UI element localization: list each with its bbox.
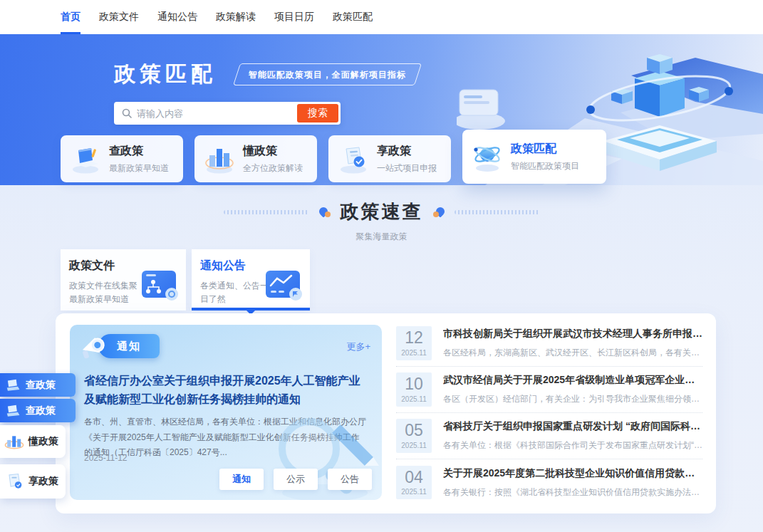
page: 首页 政策文件 通知公告 政策解读 项目日历 政策匹配 [0, 0, 763, 532]
decorative-dots-right [455, 210, 540, 214]
side-menu-find-policy[interactable]: 查政策 [0, 373, 76, 397]
notice-title: 市科技创新局关于组织开展武汉市技术经理人事务所申报备案的通知 [443, 328, 702, 340]
feature-card-desc: 最新政策早知道 [109, 162, 169, 174]
date-day: 12 [396, 329, 432, 347]
nav-item-notices[interactable]: 通知公告 [157, 0, 197, 34]
hero-title: 政策匹配 [114, 60, 217, 89]
section-subtitle: 聚集海量政策 [0, 231, 763, 243]
date-badge: 05 2025.11 [396, 419, 432, 452]
megaphone-icon [78, 330, 110, 362]
date-day: 04 [396, 469, 432, 486]
notice-title: 武汉市经信局关于开展2025年省级制造业单项冠军企业培育 遴选和复... [443, 374, 702, 387]
notice-title: 关于开展2025年度第二批科技型企业知识价值信用贷款贴息申报工作... [443, 467, 702, 480]
nav-item-policy-files[interactable]: 政策文件 [99, 0, 139, 34]
notice-list-item[interactable]: 04 2025.11 关于开展2025年度第二批科技型企业知识价值信用贷款贴息申… [396, 459, 702, 506]
featured-notice-card[interactable]: 通知 更多+ 省经信厅办公室关于组织申报开展2025年人工智能产业及赋能新型工业… [70, 325, 382, 500]
notice-desc: 各区（开发区）经信部门，有关企业：为引导我市企业聚焦细分领域和产业链关... [443, 393, 702, 405]
nav-item-matching[interactable]: 政策匹配 [333, 0, 373, 34]
date-month: 2025.11 [396, 488, 432, 496]
featured-notice-date: 2025-11-12 [84, 453, 128, 463]
notice-list: 12 2025.11 市科技创新局关于组织开展武汉市技术经理人事务所申报备案的通… [396, 320, 702, 506]
notice-desc: 各有关单位：根据《科技部国际合作司关于发布国家重点研发计划“政府间国科技... [443, 439, 702, 452]
top-nav: 首页 政策文件 通知公告 政策解读 项目日历 政策匹配 [0, 0, 763, 34]
search-button[interactable]: 搜索 [297, 104, 338, 122]
feature-card-title: 享政策 [377, 144, 437, 159]
date-badge: 12 2025.11 [396, 326, 432, 360]
laptop-icon [4, 378, 21, 392]
decorative-dots-left [224, 210, 309, 214]
notice-title: 省科技厅关于组织申报国家重点研发计划 “政府间国际科技创新合作”... [443, 420, 702, 433]
more-link[interactable]: 更多+ [346, 340, 370, 353]
feature-card-desc: 全方位政策解读 [243, 162, 303, 174]
bar-chart-icon [4, 433, 24, 450]
feature-card-enjoy-policy[interactable]: 享政策 一站式项目申报 [328, 135, 451, 182]
laptop-icon [4, 404, 21, 418]
side-menu-label: 查政策 [26, 405, 56, 417]
side-menu-enjoy-policy[interactable]: 享政策 [0, 464, 66, 499]
feature-card-desc: 一站式项目申报 [377, 162, 437, 174]
date-day: 05 [396, 422, 432, 439]
feature-card-title: 懂政策 [243, 144, 303, 159]
notice-list-item[interactable]: 10 2025.11 武汉市经信局关于开展2025年省级制造业单项冠军企业培育 … [396, 367, 702, 413]
line-chart-icon [264, 268, 304, 302]
feature-card-find-policy[interactable]: 查政策 最新政策早知道 [61, 135, 183, 182]
date-month: 2025.11 [396, 395, 432, 403]
hero-content: 政策匹配 智能匹配政策项目，全面解析项目指标 搜索 [114, 60, 418, 125]
nav-item-home[interactable]: 首页 [61, 0, 81, 34]
feature-card-title: 政策匹配 [511, 142, 579, 157]
notice-desc: 各区经科局，东湖高新区、武汉经开区、长江新区科创局，各有关单位：根据《... [443, 347, 702, 359]
decorative-comma-right-icon [433, 207, 445, 218]
date-badge: 10 2025.11 [396, 372, 432, 406]
tab-policy-files[interactable]: 政策文件 政策文件在线集聚 最新政策早知道 [61, 249, 186, 311]
atom-orbit-icon [469, 140, 505, 173]
date-badge: 04 2025.11 [396, 466, 432, 499]
filter-button-publicity[interactable]: 公示 [274, 469, 318, 490]
document-icon [336, 142, 371, 175]
decorative-comma-left-icon [319, 207, 331, 218]
date-month: 2025.11 [396, 442, 432, 449]
feature-card-desc: 智能匹配政策项目 [511, 160, 579, 172]
search-input[interactable] [137, 108, 297, 119]
flowchart-icon [140, 268, 180, 302]
notice-list-item[interactable]: 12 2025.11 市科技创新局关于组织开展武汉市技术经理人事务所申报备案的通… [396, 320, 702, 367]
hero-slogan-badge: 智能匹配政策项目，全面解析项目指标 [233, 63, 422, 85]
side-menu-label: 享政策 [28, 475, 58, 488]
featured-notice-title: 省经信厅办公室关于组织申报开展2025年人工智能产业及赋能新型工业化创新任务揭榜… [84, 372, 370, 408]
content-panel: 通知 更多+ 省经信厅办公室关于组织申报开展2025年人工智能产业及赋能新型工业… [56, 313, 716, 513]
tab-notices[interactable]: 通知公告 各类通知、公告一 目了然 [192, 249, 310, 311]
filter-button-announcement[interactable]: 公告 [328, 469, 372, 490]
side-menu-understand-policy[interactable]: 懂政策 [0, 425, 66, 458]
section-title: 政策速查 [341, 199, 423, 224]
side-menu-find-policy-2[interactable]: 查政策 [0, 399, 76, 422]
filter-button-notice[interactable]: 通知 [219, 469, 264, 490]
section-heading: 政策速查 聚集海量政策 [0, 199, 763, 243]
notice-list-item[interactable]: 05 2025.11 省科技厅关于组织申报国家重点研发计划 “政府间国际科技创新… [396, 413, 702, 459]
notice-desc: 各有关银行：按照《湖北省科技型企业知识价值信用贷款实施办法（试行）》（... [443, 486, 702, 499]
search-bar: 搜索 [114, 102, 341, 125]
feature-card-title: 查政策 [109, 144, 169, 159]
search-icon [121, 108, 133, 119]
bar-chart-icon [202, 142, 237, 175]
document-icon [4, 473, 24, 490]
laptop-icon [68, 142, 103, 175]
hero-slogan-text: 智能匹配政策项目，全面解析项目指标 [249, 69, 406, 81]
side-menu-label: 查政策 [26, 379, 56, 392]
date-month: 2025.11 [396, 349, 432, 357]
notice-banner: 通知 [78, 333, 160, 359]
nav-item-interpretation[interactable]: 政策解读 [216, 0, 256, 34]
nav-item-calendar[interactable]: 项目日历 [274, 0, 314, 34]
feature-card-policy-matching[interactable]: 政策匹配 智能匹配政策项目 [462, 130, 606, 184]
side-menu-label: 懂政策 [28, 435, 58, 448]
notice-type-filters: 通知 公示 公告 [219, 469, 372, 490]
feature-card-understand-policy[interactable]: 懂政策 全方位政策解读 [194, 135, 317, 182]
date-day: 10 [396, 375, 432, 393]
